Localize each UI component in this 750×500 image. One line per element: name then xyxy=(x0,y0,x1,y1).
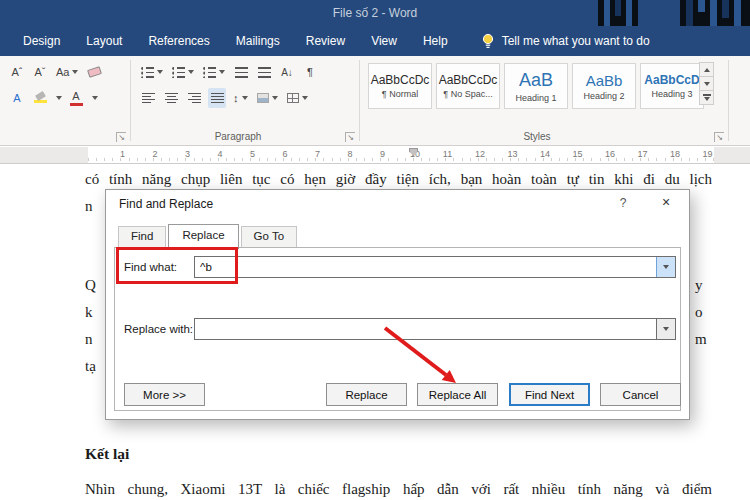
ruler-number: 6 xyxy=(282,149,287,159)
tab-references[interactable]: References xyxy=(135,26,222,56)
shrink-font-button[interactable]: Aˇ xyxy=(31,62,49,82)
text-effects-button[interactable]: A xyxy=(8,88,26,108)
document-line-fragment: m xyxy=(695,331,707,348)
tell-me-box[interactable]: Tell me what you want to do xyxy=(481,33,650,49)
shading-icon xyxy=(257,93,269,103)
ruler-number: 1 xyxy=(120,149,125,159)
find-dropdown-button[interactable] xyxy=(656,257,675,277)
tab-mailings[interactable]: Mailings xyxy=(223,26,293,56)
gallery-scroll-down-icon[interactable] xyxy=(699,76,714,91)
title-bar: File số 2 - Word xyxy=(0,0,750,26)
multilevel-list-icon xyxy=(203,67,216,78)
align-left-button[interactable] xyxy=(139,88,157,108)
ruler-number: 7 xyxy=(315,149,320,159)
font-color-button[interactable]: A xyxy=(67,88,85,108)
document-line: Nhìn chung, Xiaomi 13T là chiếc flagship… xyxy=(85,481,712,498)
align-right-icon xyxy=(188,93,201,104)
tab-goto[interactable]: Go To xyxy=(241,226,297,247)
numbered-list-button[interactable] xyxy=(170,62,196,82)
increase-indent-button[interactable] xyxy=(255,62,273,82)
ruler-number: 13 xyxy=(507,149,517,159)
ruler-number: 19 xyxy=(702,149,712,159)
styles-gallery-scroll xyxy=(699,63,714,105)
tab-replace[interactable]: Replace xyxy=(168,224,238,249)
ruler-number: 15 xyxy=(572,149,582,159)
cancel-button[interactable]: Cancel xyxy=(600,383,681,406)
titlebar-decoration xyxy=(598,0,638,26)
numbered-list-icon xyxy=(172,67,185,78)
ruler-number: 11 xyxy=(443,149,452,159)
ruler[interactable]: 12345678910111213141516171819 xyxy=(0,147,750,164)
styles-group-label: Styles xyxy=(360,131,714,142)
find-next-button[interactable]: Find Next xyxy=(509,383,590,406)
document-heading: Kết lại xyxy=(85,445,129,463)
ruler-number: 8 xyxy=(347,149,352,159)
style-heading3[interactable]: AaBbCcD Heading 3 xyxy=(640,63,704,109)
ruler-number: 18 xyxy=(670,149,680,159)
find-what-input[interactable]: ^b xyxy=(194,256,676,278)
tab-help[interactable]: Help xyxy=(410,26,461,56)
sort-button[interactable]: A↓ xyxy=(278,62,296,82)
annotation-rectangle xyxy=(116,247,238,284)
line-spacing-button[interactable]: ↕ xyxy=(231,88,250,108)
more-button[interactable]: More >> xyxy=(124,383,205,406)
gallery-expand-icon[interactable] xyxy=(699,90,714,105)
document-line-fragment: tạ xyxy=(85,358,96,375)
decrease-indent-button[interactable] xyxy=(232,62,250,82)
font-dialog-launcher-icon[interactable]: ↘ xyxy=(116,132,126,142)
ruler-number: 14 xyxy=(540,149,550,159)
document-line-fragment: o xyxy=(695,304,703,321)
clear-formatting-button[interactable] xyxy=(85,62,103,82)
ribbon-tab-bar: Design Layout References Mailings Review… xyxy=(0,26,750,56)
ruler-number: 12 xyxy=(475,149,485,159)
close-icon[interactable]: × xyxy=(657,194,675,210)
ruler-number: 2 xyxy=(152,149,157,159)
chevron-down-icon xyxy=(663,265,669,269)
align-center-button[interactable] xyxy=(162,88,180,108)
change-case-button[interactable]: Aa xyxy=(54,62,80,82)
find-what-value: ^b xyxy=(195,261,656,273)
style-heading1[interactable]: AaB Heading 1 xyxy=(504,63,568,109)
ribbon: Aˆ Aˇ Aa A A ↘ A↓ ¶ xyxy=(0,56,750,146)
borders-icon xyxy=(287,93,299,103)
word-window: File số 2 - Word Design Layout Reference… xyxy=(0,0,750,500)
dropdown-caret-icon[interactable] xyxy=(56,96,62,100)
borders-button[interactable] xyxy=(285,88,310,108)
ruler-ticks xyxy=(88,158,714,161)
dropdown-caret-icon xyxy=(72,70,78,74)
dropdown-caret-icon[interactable] xyxy=(92,96,98,100)
chevron-down-icon xyxy=(663,327,669,331)
replace-dropdown-button[interactable] xyxy=(656,319,675,339)
tab-view[interactable]: View xyxy=(358,26,410,56)
tab-design[interactable]: Design xyxy=(10,26,73,56)
justify-button[interactable] xyxy=(208,88,226,108)
tell-me-label: Tell me what you want to do xyxy=(502,34,650,48)
style-no-spacing[interactable]: AaBbCcDc ¶ No Spac... xyxy=(436,63,500,109)
document-line-fragment: y xyxy=(695,277,703,294)
align-right-button[interactable] xyxy=(185,88,203,108)
bullet-list-button[interactable] xyxy=(139,62,165,82)
shading-button[interactable] xyxy=(255,88,280,108)
show-formatting-marks-button[interactable]: ¶ xyxy=(301,62,319,82)
ruler-number: 16 xyxy=(605,149,615,159)
paragraph-group: A↓ ¶ ↕ Paragraph ↘ xyxy=(131,56,359,145)
multilevel-list-button[interactable] xyxy=(201,62,227,82)
tab-layout[interactable]: Layout xyxy=(73,26,135,56)
document-line: có tính năng chụp liên tục có hẹn giờ đầ… xyxy=(85,171,712,188)
styles-dialog-launcher-icon[interactable]: ↘ xyxy=(714,132,724,142)
style-heading2[interactable]: AaBb Heading 2 xyxy=(572,63,636,109)
ruler-number: 9 xyxy=(380,149,385,159)
paragraph-group-label: Paragraph xyxy=(131,131,345,142)
highlight-color-button[interactable] xyxy=(31,88,49,108)
tab-review[interactable]: Review xyxy=(293,26,358,56)
eraser-icon xyxy=(87,66,102,78)
lightbulb-icon xyxy=(481,33,495,49)
grow-font-button[interactable]: Aˆ xyxy=(8,62,26,82)
document-line-fragment: Q xyxy=(85,277,96,294)
help-button[interactable]: ? xyxy=(615,196,631,210)
style-normal[interactable]: AaBbCcDc ¶ Normal xyxy=(368,63,432,109)
paragraph-dialog-launcher-icon[interactable]: ↘ xyxy=(345,132,355,142)
gallery-scroll-up-icon[interactable] xyxy=(699,62,714,77)
align-center-icon xyxy=(165,93,178,104)
tab-find[interactable]: Find xyxy=(118,226,166,247)
